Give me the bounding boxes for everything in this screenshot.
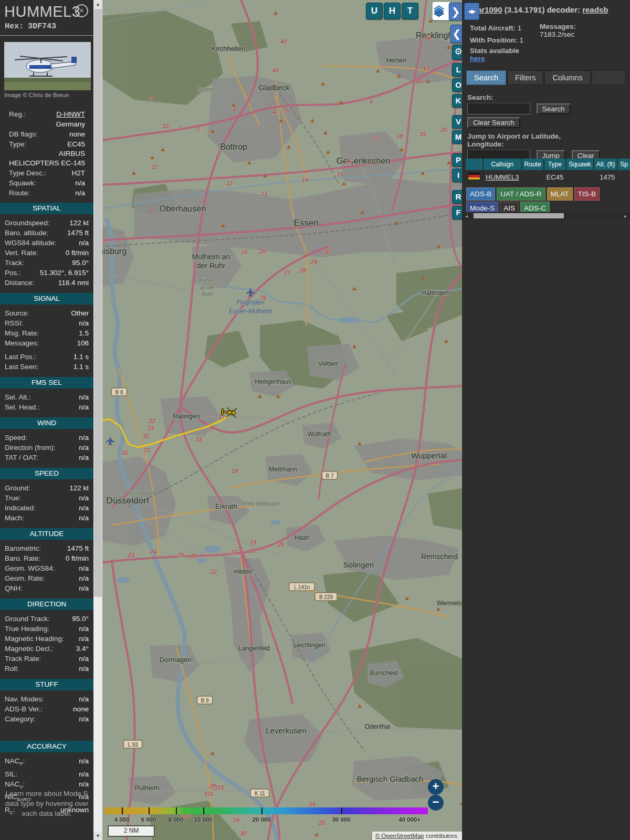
city-label: Gelsenkirchen	[337, 156, 390, 165]
data-row: Last Seen:1.1 s	[0, 362, 93, 372]
junction-number: 28	[299, 267, 307, 274]
table-horizontal-scrollbar[interactable]: ◂ ▸	[462, 212, 630, 219]
map-button-v[interactable]: V	[452, 115, 462, 129]
panel-tabs: SearchFiltersColumns	[466, 70, 625, 85]
junction-number: 2	[196, 125, 200, 132]
city-label: Burscheid	[370, 669, 397, 677]
search-section: Search: Search Clear Search Jump to Airp…	[467, 93, 625, 161]
map-button-o[interactable]: O	[452, 78, 462, 92]
settings-button[interactable]: ⚙	[452, 45, 462, 60]
search-input[interactable]	[467, 103, 530, 114]
close-icon[interactable]: ×	[75, 4, 88, 17]
data-row: Magnetic Heading:n/a	[0, 634, 93, 644]
junction-number: 23	[128, 552, 135, 558]
hex-label: Hex:	[5, 22, 24, 31]
city-label: Bottrop	[220, 142, 247, 151]
scroll-right-icon[interactable]: ▸	[624, 213, 627, 219]
column-header[interactable]: Squawk	[566, 159, 593, 170]
scroll-left-icon[interactable]: ◂	[465, 213, 468, 219]
panel-toggle-button[interactable]: ◀▶	[464, 3, 479, 20]
collapse-panel-button[interactable]: ❮	[450, 25, 462, 43]
data-row: Sel. Head.:n/a	[0, 402, 93, 412]
section-header: DIRECTION	[0, 598, 93, 610]
hscroll-thumb[interactable]	[474, 213, 564, 218]
section-header: ALTITUDE	[0, 528, 93, 540]
city-label: Hilden	[234, 568, 252, 575]
callsign-link[interactable]: HUMMEL3	[486, 173, 519, 181]
junction-number: 40	[280, 38, 287, 45]
column-header[interactable]: Callsign	[484, 159, 521, 170]
scrollbar-thumb[interactable]	[94, 9, 102, 597]
decoder-label: decoder:	[547, 5, 580, 14]
expand-panel-button[interactable]: ❯	[449, 3, 462, 20]
clear-search-button[interactable]: Clear Search	[467, 117, 520, 128]
scroll-up-icon[interactable]: ▲	[93, 0, 102, 8]
registration-link[interactable]: D-HNWT	[56, 110, 85, 118]
city-label: Kirchhellen	[212, 45, 245, 52]
data-row: Roll:n/a	[0, 664, 93, 674]
zoom-in-button[interactable]: +	[428, 779, 444, 795]
data-row: NACP:n/a	[0, 756, 93, 769]
map-button-u[interactable]: U	[366, 3, 383, 19]
junction-number: 14	[302, 176, 308, 183]
scroll-down-icon[interactable]: ▼	[93, 832, 102, 840]
altitude-tick	[203, 807, 204, 814]
map-button-h[interactable]: H	[384, 3, 401, 19]
tab-search[interactable]: Search	[466, 70, 506, 85]
sidebar-top-rows: Reg.:D-HNWTGermanyDB flags:noneType:EC45…	[4, 109, 90, 198]
city-label: Odenthal	[365, 723, 391, 730]
junction-number: 18	[396, 133, 403, 139]
stats-here-link[interactable]: here	[470, 55, 485, 62]
junction-number: 27	[230, 549, 237, 555]
source-badge-ads-b[interactable]: ADS-B	[466, 187, 495, 201]
source-badge-mlat[interactable]: MLAT	[547, 187, 573, 201]
source-badge-uat-ads-r[interactable]: UAT / ADS-R	[497, 187, 545, 201]
district-label: Bottrop	[198, 87, 215, 92]
column-header[interactable]	[466, 159, 482, 170]
map-button-k[interactable]: K	[452, 94, 462, 108]
search-button[interactable]: Search	[537, 103, 571, 114]
layers-button[interactable]	[432, 2, 451, 20]
osm-link[interactable]: © OpenStreetMap	[375, 833, 424, 839]
city-label: Remscheid	[421, 552, 458, 561]
source-badge-tis-b[interactable]: TIS-B	[574, 187, 600, 201]
sidebar-footer-note: Learn more about Mode S data type by hov…	[2, 789, 91, 818]
tab-columns[interactable]: Columns	[544, 70, 590, 85]
svg-text:B 8: B 8	[115, 390, 123, 395]
map-button-p[interactable]: P	[452, 153, 462, 167]
altitude-label: 10 000	[194, 816, 212, 823]
junction-number: 29	[233, 817, 239, 823]
column-header[interactable]: Route	[522, 159, 543, 170]
plus-icon: +	[433, 780, 439, 793]
sidebar-scrollbar[interactable]: ▲ ▼	[93, 0, 102, 840]
junction-number: 26	[191, 553, 198, 559]
data-row: Messages:106	[0, 338, 93, 348]
junction-number: 4	[272, 109, 276, 115]
data-row: SIL:n/a	[0, 769, 93, 779]
svg-text:B 9: B 9	[201, 698, 208, 704]
map-button-m[interactable]: M	[452, 130, 462, 144]
column-header[interactable]: Alt. (ft)	[594, 159, 617, 170]
map-button-i[interactable]: I	[452, 169, 462, 182]
tab-filters[interactable]: Filters	[507, 70, 543, 85]
map-button-f[interactable]: F	[452, 206, 462, 219]
svg-text:L 141n: L 141n	[294, 584, 310, 590]
column-header[interactable]: Sp	[618, 159, 630, 170]
data-row: Geom. WGS84:n/a	[0, 563, 93, 573]
district-label: Ruhr	[202, 291, 213, 297]
map-button-r[interactable]: R	[452, 190, 462, 204]
altitude-tick	[176, 807, 177, 814]
app-title: tar1090 (3.14.1791) decoder: readsb	[475, 5, 608, 14]
map-canvas[interactable]: KirchhellenRecklinghausenHertenGladbeckB…	[102, 0, 462, 840]
column-header[interactable]: Type	[544, 159, 566, 170]
junction-number: 9	[150, 95, 153, 101]
readsb-link[interactable]: readsb	[582, 5, 608, 14]
table-row[interactable]: HUMMEL3EC451475	[466, 171, 630, 183]
map-button-l[interactable]: L	[452, 63, 462, 77]
altitude-label: 30 000	[332, 816, 350, 823]
junction-number: 26	[260, 295, 267, 301]
data-row: Pos.:51.302°, 6.915°	[0, 268, 93, 278]
zoom-out-button[interactable]: −	[428, 795, 444, 811]
map-button-t[interactable]: T	[402, 3, 418, 19]
data-row: Track:95.0°	[0, 258, 93, 268]
